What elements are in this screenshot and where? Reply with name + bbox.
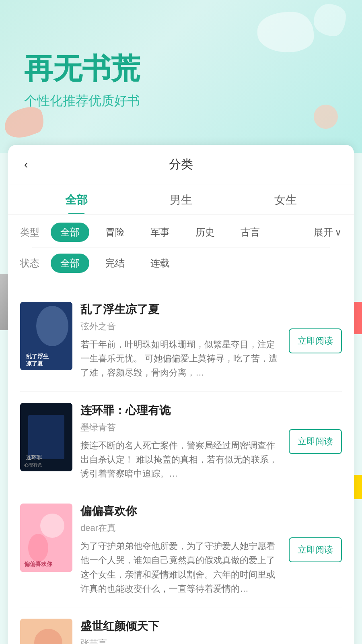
book-title-2: 连环罪：心理有诡 bbox=[80, 403, 281, 418]
book-author-4: 张芸言 bbox=[80, 637, 281, 644]
book-cover-2[interactable]: 连环罪 心理有诡 bbox=[20, 403, 72, 471]
filter-divider bbox=[32, 248, 330, 248]
table-row: 连环罪 心理有诡 连环罪：心理有诡 墨绿青苔 接连不断的名人死亡案件，警察局经过… bbox=[20, 392, 342, 493]
book-info-2: 连环罪：心理有诡 墨绿青苔 接连不断的名人死亡案件，警察局经过周密调查作出自杀认… bbox=[80, 403, 281, 481]
status-filter-completed[interactable]: 完结 bbox=[96, 254, 134, 273]
type-filter-adventure[interactable]: 冒险 bbox=[96, 223, 134, 242]
decorative-blob-2 bbox=[314, 4, 346, 36]
book-desc-1: 若干年前，叶明珠如明珠珊瑚，似繁星夺目，注定一生喜乐无忧。 可她偏偏爱上莫祷寻，… bbox=[80, 337, 281, 380]
type-filter-ancient[interactable]: 古言 bbox=[231, 223, 269, 242]
svg-point-10 bbox=[28, 534, 48, 562]
decorative-blob-3 bbox=[314, 105, 338, 129]
type-filter-label: 类型 bbox=[20, 226, 44, 239]
tab-all[interactable]: 全部 bbox=[24, 192, 129, 214]
svg-text:凉了夏: 凉了夏 bbox=[26, 360, 43, 367]
page-title: 分类 bbox=[169, 156, 193, 173]
filter-section: 类型 全部 冒险 军事 历史 古言 展开 ∨ 状态 全部 完结 连载 bbox=[8, 215, 354, 287]
type-filter-history[interactable]: 历史 bbox=[186, 223, 224, 242]
status-filter-row: 状态 全部 完结 连载 bbox=[20, 254, 342, 273]
table-row: 偏偏喜欢你 偏偏喜欢你 dear在真 为了守护弟弟他夺他所爱，为了守护爱人她宁愿… bbox=[20, 492, 342, 607]
table-row: 盛世 红颜 倾天下 盛世红颜倾天下 张芸言 盛世初逢，叹尽江山秀美； 红颜易老，… bbox=[20, 607, 342, 644]
expand-button[interactable]: 展开 ∨ bbox=[314, 226, 342, 239]
book-desc-3: 为了守护弟弟他夺他所爱，为了守护爱人她宁愿看他一个人哭，谁知自己竟然真的假戏真做… bbox=[80, 539, 281, 596]
main-card: ‹ 分类 全部 男生 女生 类型 全部 冒险 军事 历史 古言 展开 ∨ 状态 … bbox=[8, 145, 354, 644]
status-filter-ongoing[interactable]: 连载 bbox=[141, 254, 179, 273]
read-button-2[interactable]: 立即阅读 bbox=[289, 429, 342, 454]
book-author-2: 墨绿青苔 bbox=[80, 421, 281, 433]
hero-section: 再无书荒 个性化推荐优质好书 bbox=[0, 0, 362, 153]
svg-point-1 bbox=[36, 306, 68, 346]
book-desc-2: 接连不断的名人死亡案件，警察局经过周密调查作出自杀认定！ 难以掩盖的真相，若有似… bbox=[80, 438, 281, 481]
type-filter-military[interactable]: 军事 bbox=[141, 223, 179, 242]
svg-rect-5 bbox=[28, 415, 64, 459]
tab-male[interactable]: 男生 bbox=[129, 192, 233, 214]
svg-text:乱了浮生: 乱了浮生 bbox=[26, 353, 49, 359]
status-filter-all[interactable]: 全部 bbox=[51, 254, 89, 273]
book-info-1: 乱了浮生凉了夏 弦外之音 若干年前，叶明珠如明珠珊瑚，似繁星夺目，注定一生喜乐无… bbox=[80, 302, 281, 380]
book-info-4: 盛世红颜倾天下 张芸言 盛世初逢，叹尽江山秀美； 红颜易老，一醉倾尽半生。 一曲… bbox=[80, 619, 281, 644]
book-author-1: 弦外之音 bbox=[80, 320, 281, 332]
svg-point-9 bbox=[40, 514, 64, 538]
svg-text:心理有诡: 心理有诡 bbox=[24, 462, 42, 467]
book-title-1: 乱了浮生凉了夏 bbox=[80, 302, 281, 317]
table-row: 乱了浮生 凉了夏 乱了浮生凉了夏 弦外之音 若干年前，叶明珠如明珠珊瑚，似繁星夺… bbox=[20, 291, 342, 392]
svg-text:偏偏喜欢你: 偏偏喜欢你 bbox=[24, 561, 53, 567]
card-header: ‹ 分类 bbox=[8, 145, 354, 184]
svg-text:连环罪: 连环罪 bbox=[26, 454, 42, 460]
hero-title: 再无书荒 bbox=[24, 51, 338, 86]
read-button-1[interactable]: 立即阅读 bbox=[289, 328, 342, 353]
book-cover-1[interactable]: 乱了浮生 凉了夏 bbox=[20, 302, 72, 370]
book-info-3: 偏偏喜欢你 dear在真 为了守护弟弟他夺他所爱，为了守护爱人她宁愿看他一个人哭… bbox=[80, 504, 281, 596]
book-cover-4[interactable]: 盛世 红颜 倾天下 bbox=[20, 619, 72, 644]
back-button[interactable]: ‹ bbox=[24, 158, 28, 171]
type-filter-all[interactable]: 全部 bbox=[51, 223, 89, 242]
type-filter-row: 类型 全部 冒险 军事 历史 古言 展开 ∨ bbox=[20, 223, 342, 242]
book-title-4: 盛世红颜倾天下 bbox=[80, 619, 281, 634]
read-button-3[interactable]: 立即阅读 bbox=[289, 537, 342, 562]
book-title-3: 偏偏喜欢你 bbox=[80, 504, 281, 519]
chevron-down-icon: ∨ bbox=[335, 227, 342, 238]
decorative-blob-1 bbox=[257, 12, 314, 52]
book-list: 乱了浮生 凉了夏 乱了浮生凉了夏 弦外之音 若干年前，叶明珠如明珠珊瑚，似繁星夺… bbox=[8, 287, 354, 644]
status-filter-label: 状态 bbox=[20, 257, 44, 270]
hero-subtitle: 个性化推荐优质好书 bbox=[24, 92, 338, 110]
tabs-row: 全部 男生 女生 bbox=[8, 184, 354, 215]
tab-female[interactable]: 女生 bbox=[233, 192, 338, 214]
book-cover-3[interactable]: 偏偏喜欢你 bbox=[20, 504, 72, 572]
book-author-3: dear在真 bbox=[80, 522, 281, 534]
